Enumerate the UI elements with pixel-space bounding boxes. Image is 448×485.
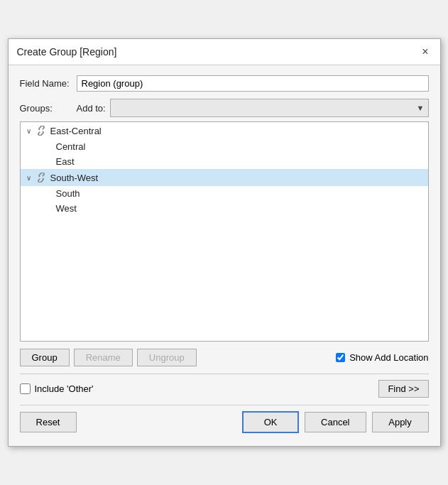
field-name-label: Field Name: [20,78,77,89]
apply-button[interactable]: Apply [372,412,429,432]
title-bar: Create Group [Region] × [9,39,440,65]
include-other-label[interactable]: Include 'Other' [20,383,94,394]
find-button[interactable]: Find >> [378,380,428,398]
include-other-row: Include 'Other' Find >> [20,380,429,398]
tree-label-south: South [56,188,80,199]
divider-2 [20,405,429,405]
link-icon-east-central [35,124,48,137]
tree-row-west[interactable]: West [21,201,428,216]
tree-row-east[interactable]: East [21,154,428,169]
action-btn-row: Group Rename Ungroup Show Add Location [20,349,429,366]
show-add-location-label: Show Add Location [349,352,428,363]
field-name-row: Field Name: [20,75,429,92]
groups-row: Groups: Add to: ▼ [20,99,429,117]
tree-label-south-west: South-West [50,173,99,183]
tree-row-east-central[interactable]: ∨ East-Central [21,122,428,139]
group-button[interactable]: Group [20,349,70,366]
close-button[interactable]: × [419,45,431,59]
tree-label-west: West [56,203,77,214]
tree-label-east-central: East-Central [50,126,102,136]
show-add-location-checkbox[interactable] [336,353,345,362]
add-to-select-wrapper: ▼ [110,99,429,117]
dialog-title: Create Group [Region] [17,46,117,58]
tree-label-central: Central [56,141,86,152]
tree-row-central[interactable]: Central [21,139,428,154]
toggle-east-central[interactable]: ∨ [23,125,35,136]
create-group-dialog: Create Group [Region] × Field Name: Grou… [8,38,441,447]
footer-row: Reset OK Cancel Apply [20,411,429,436]
toggle-south-west[interactable]: ∨ [23,172,35,183]
cancel-button[interactable]: Cancel [305,412,366,432]
divider [20,374,429,374]
ungroup-button[interactable]: Ungroup [137,349,197,366]
tree-row-south-west[interactable]: ∨ South-West [21,169,428,186]
rename-button[interactable]: Rename [74,349,133,366]
include-other-checkbox[interactable] [20,383,31,394]
tree-row-south[interactable]: South [21,186,428,201]
groups-tree[interactable]: ∨ East-Central Central East ∨ [20,121,429,342]
show-add-location-row: Show Add Location [336,352,428,363]
include-other-text: Include 'Other' [35,383,94,394]
ok-button[interactable]: OK [242,411,299,433]
tree-label-east: East [56,156,75,167]
add-to-label: Add to: [77,103,106,114]
reset-button[interactable]: Reset [20,412,77,432]
groups-label: Groups: [20,103,77,114]
link-icon-south-west [35,171,48,184]
add-to-select[interactable] [110,99,429,117]
field-name-input[interactable] [77,75,429,92]
